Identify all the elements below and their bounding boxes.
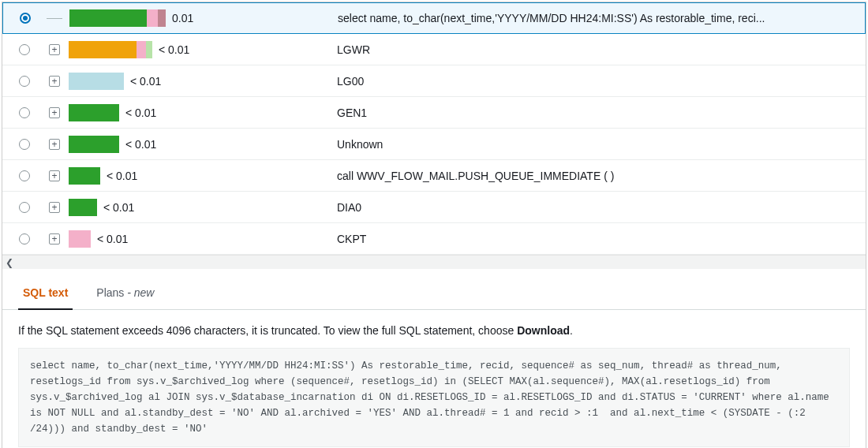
bar-segment xyxy=(69,199,97,216)
bar-segment xyxy=(69,73,124,90)
bar-segment xyxy=(147,9,158,27)
load-metric: < 0.01 xyxy=(125,138,156,151)
load-bar xyxy=(69,167,100,185)
row-label[interactable]: LGWR xyxy=(337,43,370,56)
row-radio[interactable] xyxy=(19,233,30,245)
load-bar xyxy=(69,41,152,58)
table-row[interactable]: +< 0.01LG00 xyxy=(2,65,866,97)
expand-icon[interactable]: + xyxy=(49,139,60,150)
sql-text-box: select name, to_char(next_time,'YYYY/MM/… xyxy=(18,348,850,447)
tab-sql-text[interactable]: SQL text xyxy=(18,283,73,310)
load-bar xyxy=(69,230,91,248)
bar-segment xyxy=(69,9,147,27)
horizontal-scrollbar[interactable]: ❮ xyxy=(2,255,866,269)
bar-segment xyxy=(146,41,152,58)
row-label[interactable]: LG00 xyxy=(337,75,364,88)
bar-segment xyxy=(69,136,119,153)
bar-segment xyxy=(69,230,91,248)
table-row[interactable]: +< 0.01call WWV_FLOW_MAIL.PUSH_QUEUE_IMM… xyxy=(2,160,866,192)
row-label[interactable]: GEN1 xyxy=(337,106,367,119)
row-radio[interactable] xyxy=(19,202,30,213)
load-metric: < 0.01 xyxy=(125,106,156,119)
expand-icon[interactable]: + xyxy=(49,76,60,87)
tab-plans-label: Plans xyxy=(96,286,124,299)
row-radio[interactable] xyxy=(19,76,30,87)
table-row[interactable]: +< 0.01Unknown xyxy=(2,129,866,160)
row-radio[interactable] xyxy=(20,13,31,24)
row-label[interactable]: Unknown xyxy=(337,138,383,151)
truncation-notice: If the SQL statement exceeds 4096 charac… xyxy=(2,310,866,348)
load-metric: < 0.01 xyxy=(130,75,161,88)
table-row[interactable]: +< 0.01DIA0 xyxy=(2,192,866,223)
table-row[interactable]: +< 0.01CKPT xyxy=(2,223,866,255)
download-keyword: Download xyxy=(517,324,570,337)
row-radio[interactable] xyxy=(19,107,30,118)
row-radio[interactable] xyxy=(19,44,30,55)
load-bar xyxy=(69,199,97,216)
bar-segment xyxy=(69,41,137,58)
load-bar xyxy=(69,136,119,153)
row-label[interactable]: call WWV_FLOW_MAIL.PUSH_QUEUE_IMMEDIATE … xyxy=(337,170,614,182)
scroll-left-icon[interactable]: ❮ xyxy=(6,257,13,268)
load-bar xyxy=(69,104,119,121)
tab-plans[interactable]: Plans - new xyxy=(92,283,159,310)
row-radio[interactable] xyxy=(19,139,30,150)
table-row[interactable]: 0.01select name, to_char(next_time,'YYYY… xyxy=(2,2,866,34)
load-metric: < 0.01 xyxy=(159,43,189,56)
expand-icon[interactable]: + xyxy=(49,107,60,118)
expand-icon[interactable]: + xyxy=(49,170,60,181)
sql-list: 0.01select name, to_char(next_time,'YYYY… xyxy=(2,2,866,255)
expand-icon[interactable]: + xyxy=(49,233,60,245)
tab-plans-new-badge: - new xyxy=(124,286,154,299)
table-row[interactable]: +< 0.01GEN1 xyxy=(2,97,866,129)
load-metric: 0.01 xyxy=(172,12,193,24)
load-metric: < 0.01 xyxy=(97,233,128,245)
table-row[interactable]: +< 0.01LGWR xyxy=(2,34,866,65)
load-metric: < 0.01 xyxy=(103,201,134,214)
row-radio[interactable] xyxy=(19,170,30,181)
expand-icon[interactable]: + xyxy=(49,202,60,213)
load-metric: < 0.01 xyxy=(107,170,137,182)
bar-segment xyxy=(137,41,146,58)
row-label[interactable]: CKPT xyxy=(337,233,366,245)
expand-icon[interactable]: + xyxy=(49,44,60,55)
detail-tabs: SQL text Plans - new xyxy=(2,269,866,310)
load-bar xyxy=(69,9,166,27)
bar-segment xyxy=(69,167,100,185)
bar-segment xyxy=(158,9,166,27)
row-label[interactable]: DIA0 xyxy=(337,201,361,214)
row-label[interactable]: select name, to_char(next_time,'YYYY/MM/… xyxy=(338,12,765,24)
load-bar xyxy=(69,73,124,90)
bar-segment xyxy=(69,104,119,121)
